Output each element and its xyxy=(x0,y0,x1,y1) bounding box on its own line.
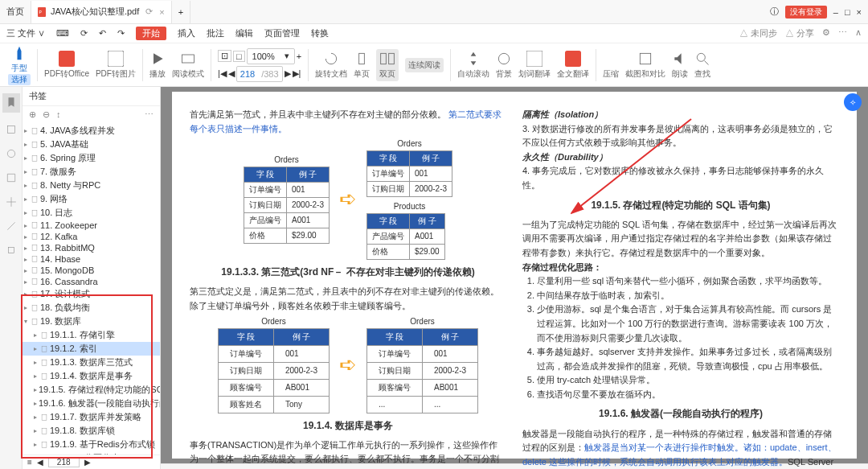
outline-item[interactable]: ▸6. Spring 原理 xyxy=(23,151,160,165)
svg-rect-7 xyxy=(389,53,395,64)
login-button[interactable]: 没有登录 xyxy=(785,6,827,19)
menu-redo-icon[interactable]: ↷ xyxy=(117,28,125,39)
rail-icon-3[interactable] xyxy=(6,172,17,185)
outline-item[interactable]: ▸4. JAVA多线程并发 xyxy=(23,124,160,138)
outline-item[interactable]: ▸15. MongoDB xyxy=(23,265,160,276)
svg-point-14 xyxy=(7,150,14,157)
ai-assistant-icon[interactable]: ✧ xyxy=(844,93,862,111)
menu-kbd-icon[interactable]: ⌨ xyxy=(56,28,69,39)
outline-item[interactable]: ▸12. Kafka xyxy=(23,231,160,242)
menu-annotate[interactable]: 批注 xyxy=(207,27,224,39)
menu-chevron-icon[interactable]: ∧ xyxy=(855,27,862,39)
menu-page-mgmt[interactable]: 页面管理 xyxy=(264,27,300,39)
document-viewport[interactable]: ✧ 首先满足第一范式，并且表中非主键列不存在对主键的部分依赖。 第二范式要求每个… xyxy=(161,87,868,469)
tool-read[interactable]: 阅读模式 xyxy=(172,51,204,80)
menu-more-icon[interactable]: ⋯ xyxy=(838,27,847,39)
menu-convert[interactable]: 转换 xyxy=(311,27,329,39)
rail-icon-2[interactable] xyxy=(6,148,17,161)
window-min-icon[interactable]: – xyxy=(833,7,838,17)
last-page-icon[interactable]: ▶| xyxy=(293,68,301,79)
outline-item[interactable]: ▾19. 数据库 xyxy=(23,315,160,328)
outline-item[interactable]: ▸19.1.3. 数据库三范式 xyxy=(23,356,160,369)
rail-icon-1[interactable] xyxy=(6,124,17,137)
tool-continuous[interactable]: 连续阅读 xyxy=(405,58,444,72)
menu-unsynced[interactable]: △ 未同步 xyxy=(739,27,777,39)
tool-pdf2office[interactable]: PDF转Office xyxy=(44,51,89,80)
sb-next[interactable]: ▶ xyxy=(84,458,91,467)
window-max-icon[interactable]: □ xyxy=(845,7,850,17)
p1: 首先满足第一范式，并且表中非主键列不存在对主键的部分依赖。 xyxy=(190,109,446,119)
tab-close-icon[interactable]: × xyxy=(159,7,164,17)
rail-icon-5[interactable] xyxy=(6,220,17,233)
sb-tool-3[interactable]: ↕ xyxy=(56,109,61,119)
window-close-icon[interactable]: × xyxy=(857,7,862,17)
outline-item[interactable]: ▸16. Cassandra xyxy=(23,276,160,287)
outline-item[interactable]: ▸19.1.6. 触发器(一段能自动执行的程序) xyxy=(23,397,160,410)
menu-insert[interactable]: 插入 xyxy=(178,27,195,39)
tool-dual[interactable]: 双页 xyxy=(376,49,399,81)
menu-undo-icon[interactable]: ↶ xyxy=(99,28,106,39)
outline-item[interactable]: ▸5. JAVA基础 xyxy=(23,138,160,151)
outline-item[interactable]: ▸7. 微服务 xyxy=(23,165,160,179)
menu-share[interactable]: △ 分享 xyxy=(785,27,814,39)
outline-item[interactable]: ▸17. 设计模式 xyxy=(23,287,160,301)
tool-hltrans[interactable]: 划词翻译 xyxy=(518,51,551,80)
tool-background[interactable]: 背景 xyxy=(496,51,512,80)
outline-item[interactable]: ▸19.1.4. 数据库是事务 xyxy=(23,369,160,383)
outline-item[interactable]: ▸13. RabbitMQ xyxy=(23,242,160,253)
zoom-box[interactable]: 100%▾ xyxy=(247,48,295,64)
outline-item[interactable]: ▸11. Zookeeper xyxy=(23,220,160,231)
h-1916: 19.1.6. 触发器(一段能自动执行的程序) xyxy=(522,406,839,422)
outline-item[interactable]: ▸14. Hbase xyxy=(23,253,160,265)
tab-new[interactable]: + xyxy=(172,1,190,23)
outline-item[interactable]: ▸19.1.8. 数据库锁 xyxy=(23,424,160,438)
svg-rect-22 xyxy=(32,210,37,216)
outline-item[interactable]: ▸8. Netty 与RPC xyxy=(23,179,160,192)
fit-width-icon[interactable]: ⊡ xyxy=(218,50,231,62)
tool-screenshot[interactable]: 截图和对比 xyxy=(625,51,665,80)
rail-icon-6[interactable] xyxy=(6,245,17,257)
sb-tool-4[interactable]: ⋯ xyxy=(145,109,154,120)
sb-tool-1[interactable]: ⊕ xyxy=(29,109,36,120)
outline-item[interactable]: ▸19.1.1. 存储引擎 xyxy=(23,328,160,342)
tool-pdf2img[interactable]: PDF转图片 xyxy=(96,51,136,80)
tool-autoscroll[interactable]: 自动滚动 xyxy=(457,51,489,80)
tab-document[interactable]: P JAVA核心知识整理.pdf ⟳ × xyxy=(31,1,172,23)
outline-item[interactable]: ▸18. 负载均衡 xyxy=(23,301,160,315)
sb-collapse[interactable]: ≡ xyxy=(27,458,32,467)
tab-home[interactable]: 首页 xyxy=(0,1,31,23)
outline-item[interactable]: ▸19.1.5. 存储过程(特定功能的SQL 语句集) xyxy=(23,383,160,397)
outline-item[interactable]: ▸9. 网络 xyxy=(23,192,160,206)
prev-page-icon[interactable]: ◀ xyxy=(228,68,235,79)
menu-settings-icon[interactable]: ⚙ xyxy=(822,27,830,39)
tool-speak[interactable]: 朗读 xyxy=(672,51,688,80)
tool-rotate[interactable]: 旋转文档 xyxy=(315,51,347,80)
first-page-icon[interactable]: |◀ xyxy=(218,68,227,79)
outline-item[interactable]: ▸19.1.9. 基于Redis分布式锁 xyxy=(23,438,160,451)
rail-bookmark-icon[interactable] xyxy=(2,93,20,113)
side-rail xyxy=(0,87,23,469)
sb-prev[interactable]: ◀ xyxy=(37,458,43,467)
tool-play[interactable]: 播放 xyxy=(149,51,166,80)
menu-start[interactable]: 开始 xyxy=(136,27,166,40)
tool-compress[interactable]: 压缩 xyxy=(603,51,619,80)
info-icon[interactable]: ⓘ xyxy=(770,6,779,18)
tab-sync-icon[interactable]: ⟳ xyxy=(145,6,153,17)
outline-item[interactable]: ▸19.1.7. 数据库并发策略 xyxy=(23,410,160,424)
page-box[interactable]: 218/383 xyxy=(236,66,283,82)
fit-page-icon[interactable]: □ xyxy=(233,51,245,62)
tool-single[interactable]: 单页 xyxy=(354,51,370,80)
tool-find[interactable]: 查找 xyxy=(694,51,710,80)
next-page-icon[interactable]: ▶ xyxy=(285,68,291,79)
tool-hand[interactable]: 手型选择 xyxy=(8,45,31,85)
rail-icon-4[interactable] xyxy=(6,196,17,209)
outline-item[interactable]: ▸10. 日志 xyxy=(23,206,160,220)
menu-file[interactable]: 三 文件 ∨ xyxy=(6,27,45,39)
menu-edit[interactable]: 编辑 xyxy=(235,27,253,39)
menu-refresh-icon[interactable]: ⟳ xyxy=(80,28,88,39)
outline-item[interactable]: ▸19.1.2. 索引 xyxy=(23,342,160,356)
tool-fulltrans[interactable]: 全文翻译 xyxy=(557,51,589,80)
svg-rect-10 xyxy=(565,51,581,67)
zoom-in-icon[interactable]: + xyxy=(297,51,301,61)
sb-tool-2[interactable]: ⊖ xyxy=(43,109,50,120)
